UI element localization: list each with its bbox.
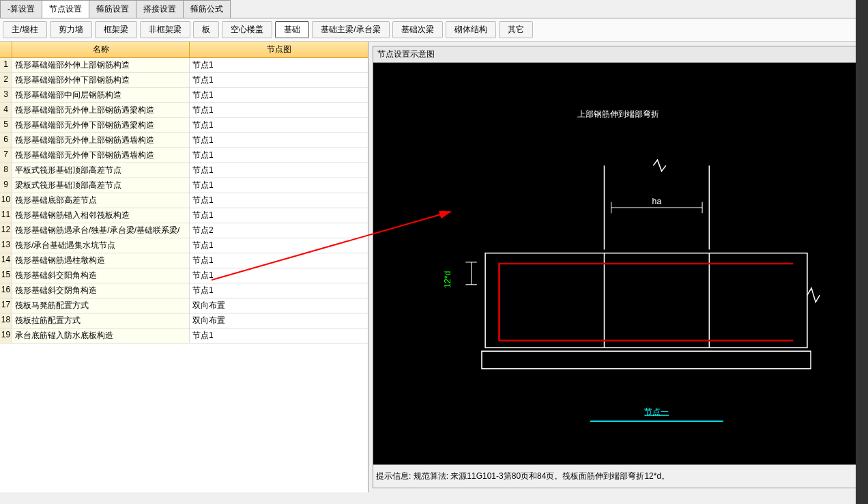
row-val[interactable]: 节点1 [190,208,368,223]
table-row[interactable]: 9梁板式筏形基础顶部高差节点节点1 [0,178,368,193]
diagram-panel-title: 节点设置示意图 [373,46,864,62]
svg-rect-5 [485,253,807,348]
svg-rect-6 [482,351,811,369]
row-num: 6 [0,133,12,148]
btn-slab[interactable]: 板 [193,21,219,38]
tab-calc[interactable]: -算设置 [0,0,42,18]
col-pic: 节点图 [190,42,368,57]
row-num: 8 [0,163,12,178]
row-name: 承台底筋锚入防水底板构造 [12,328,190,343]
diagram-title: 上部钢筋伸到端部弯折 [577,109,659,119]
table-row[interactable]: 10筏形基础底部高差节点节点1 [0,193,368,208]
dim-ha: ha [652,197,662,206]
row-val[interactable]: 节点1 [190,103,368,117]
btn-hollow[interactable]: 空心楼盖 [222,21,272,38]
row-val[interactable]: 节点1 [190,253,368,268]
table-row[interactable]: 19承台底筋锚入防水底板构造节点1 [0,328,368,344]
row-name: 筏形基础端部无外伸上部钢筋遇墙构造 [12,133,190,148]
row-name: 筏板拉筋配置方式 [12,313,190,328]
row-val[interactable]: 节点1 [190,283,368,298]
row-name: 筏形基础端部无外伸上部钢筋遇梁构造 [12,103,190,117]
dim-12d: 12*d [443,270,452,288]
row-val[interactable]: 双向布置 [190,313,368,328]
col-name: 名称 [12,42,190,57]
row-num: 19 [0,328,12,343]
btn-nonframebeam[interactable]: 非框架梁 [140,21,190,38]
row-val[interactable]: 节点1 [190,148,368,163]
table-row[interactable]: 14筏形基础钢筋遇柱墩构造节点1 [0,253,368,268]
table-row[interactable]: 7筏形基础端部无外伸下部钢筋遇墙构造节点1 [0,148,368,163]
row-num: 17 [0,298,12,313]
btn-masonry[interactable]: 砌体结构 [446,21,496,38]
row-name: 筏形基础端部无外伸下部钢筋遇梁构造 [12,118,190,132]
table-row[interactable]: 5筏形基础端部无外伸下部钢筋遇梁构造节点1 [0,118,368,133]
tab-lap[interactable]: 搭接设置 [136,0,184,18]
row-val[interactable]: 节点1 [190,118,368,132]
table-row[interactable]: 16筏形基础斜交阴角构造节点1 [0,283,368,298]
row-name: 筏形基础斜交阳角构造 [12,268,190,283]
row-val[interactable]: 节点1 [190,178,368,193]
btn-other[interactable]: 其它 [499,21,533,38]
tab-node[interactable]: 节点设置 [42,0,89,18]
row-name: 筏形基础端部无外伸下部钢筋遇墙构造 [12,148,190,163]
table-row[interactable]: 3筏形基础端部中间层钢筋构造节点1 [0,88,368,103]
row-val[interactable]: 节点1 [190,328,368,343]
grid-panel: 名称 节点图 1筏形基础端部外伸上部钢筋构造节点12筏形基础端部外伸下部钢筋构造… [0,42,368,492]
row-name: 筏形基础底部高差节点 [12,193,190,208]
row-val[interactable]: 节点1 [190,58,368,72]
row-num: 13 [0,238,12,253]
row-num: 14 [0,253,12,268]
row-name: 平板式筏形基础顶部高差节点 [12,163,190,178]
row-num: 4 [0,103,12,117]
tab-stirrup[interactable]: 箍筋设置 [89,0,136,18]
btn-framebeam[interactable]: 框架梁 [95,21,137,38]
row-num: 2 [0,73,12,87]
row-val[interactable]: 双向布置 [190,298,368,313]
hint-text: 提示信息: 规范算法: 来源11G101-3第80页和84页。筏板面筋伸到端部弯… [373,465,864,488]
sub-toolbar: 主/墙柱 剪力墙 框架梁 非框架梁 板 空心楼盖 基础 基础主梁/承台梁 基础次… [0,18,868,42]
row-val[interactable]: 节点1 [190,163,368,178]
tab-bar: -算设置 节点设置 箍筋设置 搭接设置 箍筋公式 [0,0,868,18]
table-row[interactable]: 11筏形基础钢筋锚入相邻筏板构造节点1 [0,208,368,223]
row-num: 12 [0,223,12,238]
row-num: 5 [0,118,12,132]
right-docked-panel [856,0,868,504]
row-name: 筏形/承台基础遇集水坑节点 [12,238,190,253]
row-val[interactable]: 节点1 [190,88,368,102]
row-name: 筏形基础钢筋遇承台/独基/承台梁/基础联系梁/ [12,223,190,238]
row-val[interactable]: 节点1 [190,73,368,87]
table-row[interactable]: 8平板式筏形基础顶部高差节点节点1 [0,163,368,178]
row-name: 筏形基础钢筋锚入相邻筏板构造 [12,208,190,223]
row-num: 1 [0,58,12,72]
row-name: 筏板马凳筋配置方式 [12,298,190,313]
row-num: 10 [0,193,12,208]
table-row[interactable]: 2筏形基础端部外伸下部钢筋构造节点1 [0,73,368,88]
row-val[interactable]: 节点1 [190,238,368,253]
row-name: 筏形基础端部外伸下部钢筋构造 [12,73,190,87]
table-row[interactable]: 18筏板拉筋配置方式双向布置 [0,313,368,328]
row-val[interactable]: 节点1 [190,268,368,283]
btn-foundation[interactable]: 基础 [275,21,309,38]
table-row[interactable]: 13筏形/承台基础遇集水坑节点节点1 [0,238,368,253]
table-row[interactable]: 12筏形基础钢筋遇承台/独基/承台梁/基础联系梁/节点2 [0,223,368,238]
tab-formula[interactable]: 箍筋公式 [183,0,231,18]
row-name: 筏形基础端部外伸上部钢筋构造 [12,58,190,72]
btn-mainbeam[interactable]: 基础主梁/承台梁 [312,21,389,38]
row-num: 15 [0,268,12,283]
row-val[interactable]: 节点2 [190,223,368,238]
btn-col[interactable]: 主/墙柱 [3,21,47,38]
row-name: 梁板式筏形基础顶部高差节点 [12,178,190,193]
row-num: 16 [0,283,12,298]
row-num: 3 [0,88,12,102]
table-row[interactable]: 4筏形基础端部无外伸上部钢筋遇梁构造节点1 [0,103,368,118]
btn-secbeam[interactable]: 基础次梁 [392,21,443,38]
diagram-canvas: 上部钢筋伸到端部弯折 ha [373,62,864,465]
table-row[interactable]: 15筏形基础斜交阳角构造节点1 [0,268,368,283]
row-val[interactable]: 节点1 [190,193,368,208]
table-row[interactable]: 6筏形基础端部无外伸上部钢筋遇墙构造节点1 [0,133,368,148]
btn-wall[interactable]: 剪力墙 [50,21,92,38]
table-row[interactable]: 17筏板马凳筋配置方式双向布置 [0,298,368,313]
table-row[interactable]: 1筏形基础端部外伸上部钢筋构造节点1 [0,58,368,73]
row-name: 筏形基础斜交阴角构造 [12,283,190,298]
row-val[interactable]: 节点1 [190,133,368,148]
